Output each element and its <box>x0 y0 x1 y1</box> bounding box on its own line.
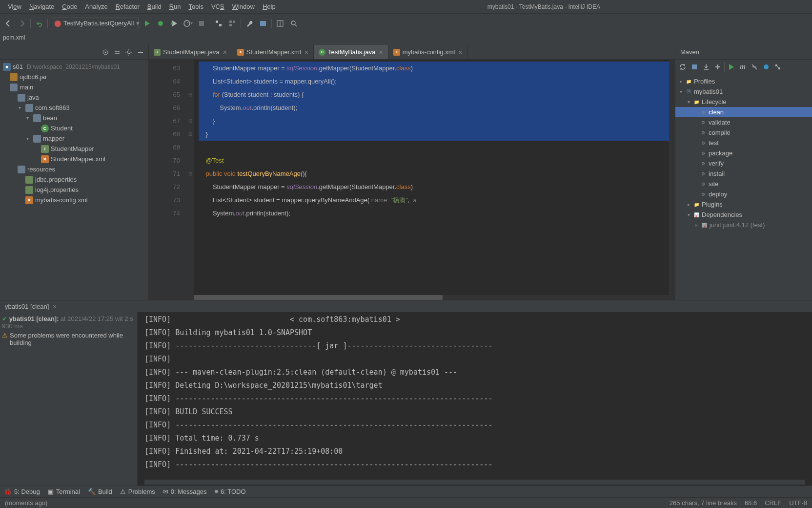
editor-tab[interactable]: CTestMyBatis.java× <box>314 45 388 59</box>
tree-item[interactable]: ▾bean <box>0 113 148 123</box>
maven-goal-verify[interactable]: ⚙verify <box>675 158 812 169</box>
tree-item[interactable]: ▾mapper <box>0 133 148 144</box>
project-tree[interactable]: ■ s01 D:\workspace_20201215\mybatis01 oj… <box>0 60 148 300</box>
menu-refactor[interactable]: Refactor <box>112 1 143 12</box>
svg-rect-21 <box>778 67 780 69</box>
menu-analyze[interactable]: Analyze <box>81 1 111 12</box>
close-tab-icon[interactable]: × <box>304 48 308 56</box>
code-editor[interactable]: 636465666768697071727374 ⊟⊟⊟⊟ StudentMap… <box>149 60 675 300</box>
breadcrumb[interactable]: pom.xml <box>0 33 812 45</box>
debug-button[interactable] <box>155 18 166 29</box>
menu-help[interactable]: Help <box>259 1 280 12</box>
run-button[interactable] <box>142 18 152 29</box>
tool-window-button[interactable]: 🐞5: Debug <box>4 488 40 495</box>
editor-tab[interactable]: Xmybatis-config.xml× <box>388 45 468 59</box>
undo-icon[interactable] <box>34 18 44 29</box>
run-coverage-button[interactable] <box>169 18 180 29</box>
tree-item[interactable]: ▾com.soft863 <box>0 103 148 113</box>
menu-vcs[interactable]: VCS <box>207 1 228 12</box>
tree-item[interactable]: resources <box>0 164 148 174</box>
close-tab-icon[interactable]: × <box>223 48 227 56</box>
close-tab-icon[interactable]: × <box>379 48 383 56</box>
maven-lifecycle[interactable]: ▾📁Lifecycle <box>675 97 812 107</box>
run-configuration-selector[interactable]: ⬤ TestMyBatis.testQueryAll ▾ <box>51 18 139 29</box>
maven-goal-clean[interactable]: ⚙clean <box>675 107 812 117</box>
tree-item[interactable]: ✕mybatis-config.xml <box>0 195 148 205</box>
forward-icon[interactable] <box>17 18 27 29</box>
tree-item[interactable]: ojdbc6.jar <box>0 72 148 82</box>
update-icon[interactable] <box>227 18 238 29</box>
show-deps-icon[interactable] <box>772 62 783 72</box>
menu-code[interactable]: Code <box>58 1 81 12</box>
tree-item[interactable]: CStudent <box>0 123 148 133</box>
skip-tests-icon[interactable] <box>761 62 771 72</box>
close-icon[interactable]: × <box>53 303 57 310</box>
maven-goal-package[interactable]: ⚙package <box>675 148 812 158</box>
run-tab[interactable]: ybatis01 [clean]× <box>0 301 61 312</box>
tool-window-button[interactable]: ▣Terminal <box>48 488 80 495</box>
reload-icon[interactable] <box>677 62 688 72</box>
project-root[interactable]: ■ s01 D:\workspace_20201215\mybatis01 <box>0 62 148 72</box>
maven-goal-test[interactable]: ⚙test <box>675 138 812 148</box>
tool-window-button[interactable]: ≡6: TODO <box>214 488 245 495</box>
maven-goal-validate[interactable]: ⚙validate <box>675 117 812 127</box>
menu-run[interactable]: Run <box>165 1 185 12</box>
maven-profiles[interactable]: ▸📁Profiles <box>675 76 812 86</box>
maven-tool-window: Maven m ▸📁Profiles ▾Ⓜmybatis01 ▾📁Lifecyc… <box>675 45 812 300</box>
close-tab-icon[interactable]: × <box>458 48 462 56</box>
tool-window-button[interactable]: 🔨Build <box>88 488 112 495</box>
tree-item[interactable]: ✕StudentMapper.xml <box>0 154 148 164</box>
settings-icon[interactable] <box>258 18 268 29</box>
status-item[interactable]: UTF-8 <box>789 499 807 507</box>
console-output[interactable]: [INFO] < com.soft863:mybatis01 > [INFO] … <box>138 312 812 486</box>
maven-dep-item[interactable]: ▸📊junit:junit:4.12 (test) <box>675 220 812 230</box>
console-scrollbar[interactable] <box>144 480 805 485</box>
tree-item[interactable]: jdbc.properties <box>0 174 148 185</box>
menu-navigate[interactable]: Navigate <box>25 1 58 12</box>
build-results[interactable]: ✔ ybatis01 [clean]: at 2021/4/22 17:25 w… <box>0 312 138 486</box>
profile-button[interactable]: ▾ <box>183 18 193 29</box>
tree-item[interactable]: main <box>0 82 148 92</box>
menu-tools[interactable]: Tools <box>185 1 207 12</box>
tree-item[interactable]: java <box>0 92 148 103</box>
tool-window-button[interactable]: ⚠Problems <box>120 488 155 495</box>
panel-settings-icon[interactable] <box>124 47 134 57</box>
editor-tab[interactable]: IStudentMapper.java× <box>149 45 232 59</box>
menu-window[interactable]: Window <box>228 1 259 12</box>
maven-goal-compile[interactable]: ⚙compile <box>675 127 812 138</box>
tree-item[interactable]: log4j.properties <box>0 185 148 195</box>
collapse-all-icon[interactable] <box>112 47 122 57</box>
generate-sources-icon[interactable] <box>689 62 700 72</box>
maven-dependencies[interactable]: ▾📊Dependencies <box>675 210 812 220</box>
status-item[interactable]: 265 chars, 7 line breaks <box>670 499 737 507</box>
tree-item[interactable]: IStudentMapper <box>0 144 148 154</box>
maven-goal-site[interactable]: ⚙site <box>675 179 812 189</box>
search-icon[interactable] <box>288 18 299 29</box>
stop-button <box>196 18 207 29</box>
menu-build[interactable]: Build <box>143 1 165 12</box>
attach-debugger-icon[interactable] <box>213 18 224 29</box>
locate-icon[interactable] <box>101 47 110 57</box>
back-icon[interactable] <box>3 18 14 29</box>
maven-project[interactable]: ▾Ⓜmybatis01 <box>675 86 812 97</box>
status-item[interactable]: CRLF <box>765 499 781 507</box>
status-message: (moments ago) <box>5 499 47 507</box>
status-item[interactable]: 68:6 <box>745 499 757 507</box>
editor-tab[interactable]: XStudentMapper.xml× <box>232 45 314 59</box>
toggle-offline-icon[interactable] <box>749 62 760 72</box>
project-tool-window: ■ s01 D:\workspace_20201215\mybatis01 oj… <box>0 45 149 300</box>
add-project-icon[interactable] <box>712 62 723 72</box>
tool-window-button[interactable]: ✉0: Messages <box>163 488 207 495</box>
horizontal-scrollbar[interactable] <box>194 295 675 300</box>
run-maven-icon[interactable] <box>726 62 736 72</box>
maven-goal-install[interactable]: ⚙install <box>675 169 812 179</box>
maven-plugins[interactable]: ▸📁Plugins <box>675 199 812 210</box>
minimize-icon[interactable] <box>136 47 145 57</box>
maven-tree[interactable]: ▸📁Profiles ▾Ⓜmybatis01 ▾📁Lifecycle ⚙clea… <box>675 74 812 300</box>
wrench-icon[interactable] <box>244 18 255 29</box>
maven-goal-deploy[interactable]: ⚙deploy <box>675 189 812 199</box>
editor-layout-icon[interactable] <box>275 18 285 29</box>
download-sources-icon[interactable] <box>701 62 711 72</box>
execute-goal-icon[interactable]: m <box>737 62 748 72</box>
menu-view[interactable]: View <box>4 1 25 12</box>
